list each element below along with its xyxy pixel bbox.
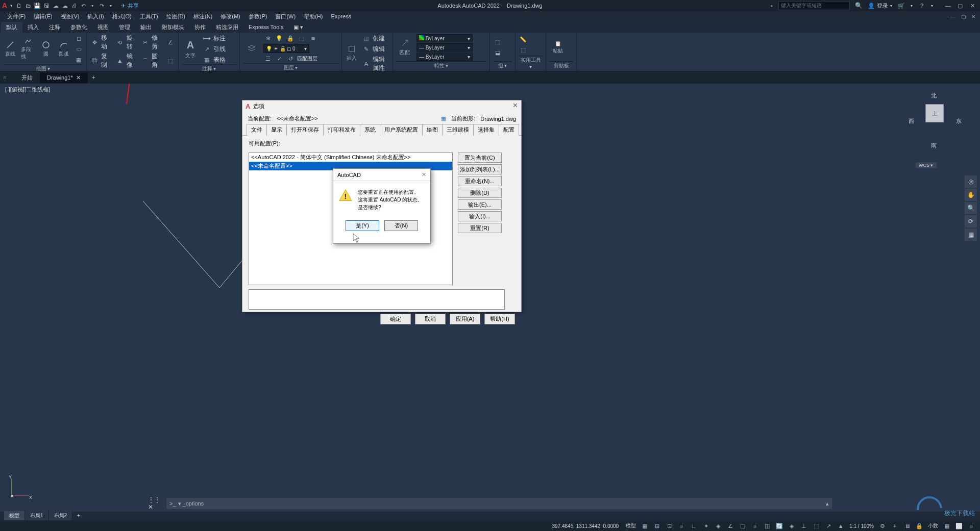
tool-table-icon[interactable]: ▦ (202, 55, 211, 64)
tool-copy-icon[interactable]: ⿻ (90, 56, 99, 65)
tool-layer-properties[interactable] (243, 37, 260, 60)
status-snap-icon[interactable]: ⊞ (651, 521, 663, 530)
tool-paste[interactable]: 📋粘贴 (549, 36, 567, 59)
status-lineweight-icon[interactable]: ≡ (749, 521, 761, 530)
web-save-icon[interactable]: ☁ (61, 2, 69, 10)
layout-tab-add[interactable]: + (72, 511, 84, 520)
tool-polyline[interactable]: 多段线 (21, 38, 36, 60)
file-tab-start[interactable]: 开始 (14, 72, 40, 84)
doc-minimize-icon[interactable]: — (948, 13, 958, 20)
options-dialog-titlebar[interactable]: A 选项 ✕ (242, 100, 521, 112)
tool-move-icon[interactable]: ✥ (90, 38, 99, 47)
nav-showmotion-icon[interactable]: ▦ (965, 229, 977, 241)
menu-express[interactable]: Express (328, 12, 354, 20)
layout-tab-layout1[interactable]: 布局1 (25, 511, 49, 520)
viewcube-south[interactable]: 南 (931, 142, 937, 149)
ribbon-tab-output[interactable]: 输出 (135, 22, 157, 33)
status-3dosnap-icon[interactable]: ◈ (786, 521, 797, 530)
export-button[interactable]: 输出(E)... (458, 199, 502, 210)
status-dynamicucs-icon[interactable]: ⊥ (798, 521, 810, 530)
file-tab-new[interactable]: + (88, 72, 100, 83)
layer-isolate-icon[interactable]: ⬚ (297, 34, 306, 43)
block-create-icon[interactable]: ◫ (361, 34, 371, 43)
ribbon-tab-focus[interactable]: ▣ ▾ (288, 22, 308, 32)
menu-dimension[interactable]: 标注(N) (190, 12, 215, 21)
search-input[interactable]: 键入关键字或短语 (778, 1, 850, 10)
menu-file[interactable]: 文件(F) (4, 12, 29, 21)
reset-button[interactable]: 重置(R) (458, 223, 502, 233)
nav-pan-icon[interactable]: ✋ (965, 189, 977, 201)
menu-insert[interactable]: 插入(I) (84, 12, 107, 21)
status-ortho-icon[interactable]: ∟ (688, 521, 699, 530)
layout-tab-model[interactable]: 模型 (4, 511, 25, 520)
viewcube-west[interactable]: 西 (909, 117, 914, 125)
nav-wheel-icon[interactable]: ◎ (965, 175, 977, 188)
search-icon[interactable]: 🔍 (855, 2, 863, 9)
drawing-object-line[interactable] (143, 201, 245, 303)
status-scale[interactable]: 1:1 / 100% (847, 523, 876, 529)
options-tab-drafting[interactable]: 绘图 (422, 124, 443, 136)
saveas-icon[interactable]: 🖫 (42, 2, 51, 10)
layer-previous-icon[interactable]: ↺ (286, 54, 295, 63)
web-open-icon[interactable]: ☁ (52, 2, 60, 10)
minimize-icon[interactable]: — (942, 1, 953, 10)
options-tab-profiles[interactable]: 配置 (499, 124, 519, 136)
status-units[interactable]: 小数 (926, 522, 940, 529)
app-exchange-icon[interactable]: 🛒 (897, 2, 905, 10)
status-monitor-icon[interactable]: 🖥 (901, 521, 913, 530)
layout-tab-layout2[interactable]: 布局2 (49, 511, 73, 520)
block-edit-icon[interactable]: ✎ (361, 44, 371, 54)
close-icon[interactable]: ✕ (967, 1, 978, 10)
tool-line[interactable]: 直线 (3, 38, 18, 60)
ribbon-tab-express[interactable]: Express Tools (243, 22, 288, 32)
measure-icon[interactable]: 📏 (519, 35, 528, 44)
tool-match-properties[interactable]: 匹配 (396, 36, 413, 59)
tool-ellipse-icon[interactable]: ⬭ (74, 44, 83, 54)
panel-layers-title[interactable]: 图层 ▾ (243, 63, 338, 72)
doc-restore-icon[interactable]: ▢ (959, 13, 968, 20)
plot-icon[interactable]: 🖨 (70, 2, 78, 10)
menu-modify[interactable]: 修改(M) (217, 12, 243, 21)
menu-parametric[interactable]: 参数(P) (246, 12, 271, 21)
set-current-button[interactable]: 置为当前(C) (458, 153, 502, 163)
restore-icon[interactable]: ▢ (954, 1, 966, 10)
ungroup-icon[interactable]: ⬓ (493, 48, 502, 58)
status-grid-icon[interactable]: ▦ (639, 521, 650, 530)
status-dynamic-icon[interactable]: ≡ (676, 521, 687, 530)
tool-leader-icon[interactable]: ↗ (202, 44, 211, 54)
menu-edit[interactable]: 编辑(E) (31, 12, 56, 21)
status-isodraft-icon[interactable]: ◈ (713, 521, 724, 530)
tool-arc[interactable]: 圆弧 (56, 38, 71, 60)
status-lock-icon[interactable]: 🔒 (914, 521, 925, 530)
status-coordinates[interactable]: 397.4645, 1311.3442, 0.0000 (548, 523, 623, 529)
help-button[interactable]: 帮助(H) (484, 314, 515, 324)
status-selection-filter-icon[interactable]: ⬚ (811, 521, 822, 530)
cmd-dropdown-icon[interactable]: ▴ (826, 500, 829, 507)
layer-combo[interactable]: 💡 ☀ 🔓 ◻ 0▾ (263, 44, 309, 53)
options-tab-selection[interactable]: 选择集 (473, 124, 499, 136)
options-tab-userpref[interactable]: 用户系统配置 (380, 124, 423, 136)
file-menu-icon[interactable]: ≡ (3, 74, 6, 81)
viewcube-east[interactable]: 东 (956, 117, 962, 125)
menu-window[interactable]: 窗口(W) (272, 12, 299, 21)
layer-off-icon[interactable]: 💡 (275, 34, 284, 43)
rename-button[interactable]: 重命名(N)... (458, 176, 502, 186)
ribbon-tab-parametric[interactable]: 参数化 (65, 22, 92, 33)
confirm-titlebar[interactable]: AutoCAD ✕ (333, 169, 430, 181)
layer-freeze-icon[interactable]: ❄ (263, 34, 273, 43)
redo-dropdown-icon[interactable]: ▾ (107, 2, 115, 10)
confirm-no-button[interactable]: 否(N) (384, 220, 418, 231)
panel-clipboard-title[interactable]: 剪贴板 (549, 61, 573, 70)
status-workspace-icon[interactable]: + (889, 521, 900, 530)
viewport-label[interactable]: [-][俯视][二维线框] (5, 86, 50, 93)
nav-zoom-icon[interactable]: 🔍 (965, 202, 977, 214)
ribbon-tab-manage[interactable]: 管理 (114, 22, 135, 33)
status-transparency-icon[interactable]: ◫ (762, 521, 773, 530)
viewcube-top-face[interactable]: 上 (925, 104, 944, 122)
menu-view[interactable]: 视图(V) (58, 12, 83, 21)
options-dialog-close-icon[interactable]: ✕ (512, 102, 518, 109)
ribbon-tab-default[interactable]: 默认 (1, 22, 22, 33)
status-otrack-icon[interactable]: ∠ (725, 521, 736, 530)
open-icon[interactable]: 🗁 (24, 2, 32, 10)
status-cycling-icon[interactable]: 🔄 (774, 521, 785, 530)
